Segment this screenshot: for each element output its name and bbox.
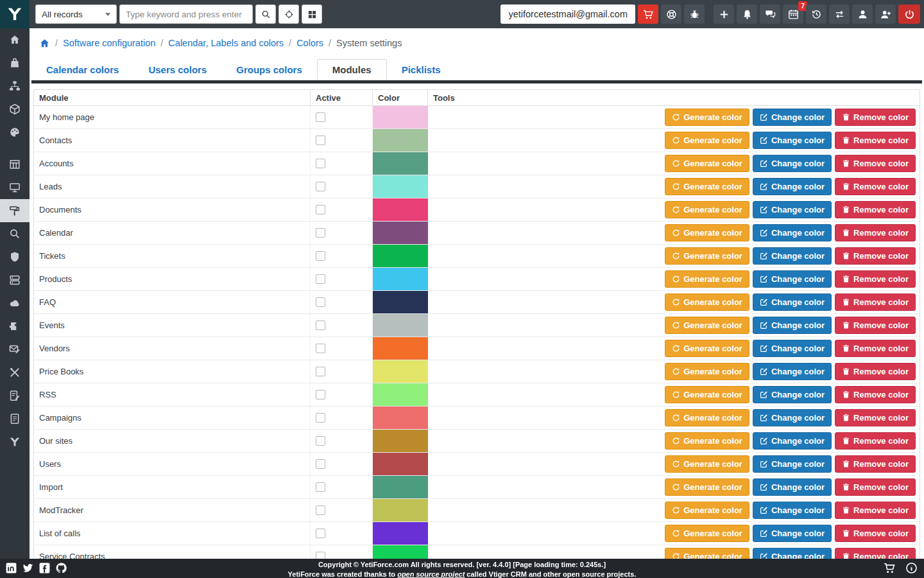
active-checkbox[interactable] <box>316 413 325 423</box>
twitter-link[interactable] <box>22 562 34 574</box>
active-checkbox[interactable] <box>316 482 325 492</box>
generate-color-button[interactable]: Generate color <box>665 363 749 380</box>
remove-color-button[interactable]: Remove color <box>835 432 916 450</box>
generate-color-button[interactable]: Generate color <box>665 340 749 357</box>
change-color-button[interactable]: Change color <box>753 132 832 149</box>
history-button[interactable] <box>806 4 826 24</box>
remove-color-button[interactable]: Remove color <box>835 132 916 149</box>
generate-color-button[interactable]: Generate color <box>665 224 749 241</box>
change-color-button[interactable]: Change color <box>753 293 832 311</box>
color-swatch[interactable] <box>373 152 428 175</box>
active-checkbox[interactable] <box>316 320 325 330</box>
logout-button[interactable] <box>898 4 920 24</box>
generate-color-button[interactable]: Generate color <box>665 247 749 265</box>
sidebar-item-processes[interactable] <box>0 74 30 98</box>
active-checkbox[interactable] <box>316 505 325 515</box>
change-color-button[interactable]: Change color <box>753 432 832 450</box>
chat-button[interactable] <box>760 4 780 24</box>
tab-calendar-colors[interactable]: Calendar colors <box>31 60 133 80</box>
active-checkbox[interactable] <box>316 297 325 307</box>
sidebar-item-forms[interactable] <box>0 384 30 407</box>
change-color-button[interactable]: Change color <box>753 340 832 357</box>
sidebar-item-cloud[interactable] <box>0 292 30 315</box>
records-filter-dropdown[interactable]: All records <box>35 4 117 24</box>
add-user-button[interactable] <box>875 4 896 24</box>
change-color-button[interactable]: Change color <box>753 178 832 195</box>
sidebar-item-extensions[interactable] <box>0 315 30 338</box>
sidebar-item-home[interactable] <box>0 28 30 51</box>
cart-button[interactable] <box>638 4 658 24</box>
remove-color-button[interactable]: Remove color <box>835 502 916 519</box>
generate-color-button[interactable]: Generate color <box>665 478 749 496</box>
active-checkbox[interactable] <box>316 251 325 261</box>
quick-create-button[interactable] <box>714 4 734 24</box>
color-swatch[interactable] <box>373 198 428 221</box>
calendar-button[interactable]: 7 <box>783 4 803 24</box>
remove-color-button[interactable]: Remove color <box>835 178 916 195</box>
breadcrumb-link[interactable]: Calendar, Labels and colors <box>168 38 284 48</box>
change-color-button[interactable]: Change color <box>753 363 832 380</box>
sidebar-item-search[interactable] <box>0 222 30 245</box>
change-color-button[interactable]: Change color <box>753 409 832 426</box>
change-color-button[interactable]: Change color <box>753 247 832 265</box>
remove-color-button[interactable]: Remove color <box>835 340 916 357</box>
cart-icon[interactable] <box>884 562 896 574</box>
color-swatch[interactable] <box>373 291 428 313</box>
tab-modules[interactable]: Modules <box>317 59 387 80</box>
remove-color-button[interactable]: Remove color <box>835 201 916 218</box>
remove-color-button[interactable]: Remove color <box>835 247 916 265</box>
active-checkbox[interactable] <box>316 344 325 353</box>
color-swatch[interactable] <box>373 407 428 429</box>
tab-picklists[interactable]: Picklists <box>387 60 456 80</box>
tab-users-colors[interactable]: Users colors <box>133 60 221 80</box>
remove-color-button[interactable]: Remove color <box>835 109 916 126</box>
open-source-project-link[interactable]: open source project <box>397 570 465 578</box>
change-color-button[interactable]: Change color <box>753 201 832 218</box>
color-swatch[interactable] <box>373 268 428 290</box>
sidebar-item-yetiforce[interactable] <box>0 430 30 453</box>
remove-color-button[interactable]: Remove color <box>835 224 916 241</box>
grid-view-button[interactable] <box>302 4 322 24</box>
switch-user-button[interactable] <box>829 4 850 24</box>
color-swatch[interactable] <box>373 430 428 452</box>
change-color-button[interactable]: Change color <box>753 525 832 542</box>
facebook-link[interactable] <box>38 562 51 574</box>
home-icon[interactable] <box>39 38 50 49</box>
notifications-button[interactable] <box>737 4 757 24</box>
color-swatch[interactable] <box>373 175 428 198</box>
remove-color-button[interactable]: Remove color <box>835 409 916 426</box>
bug-report-button[interactable] <box>684 4 705 24</box>
remove-color-button[interactable]: Remove color <box>835 363 916 380</box>
generate-color-button[interactable]: Generate color <box>665 132 749 149</box>
remove-color-button[interactable]: Remove color <box>835 455 916 473</box>
color-swatch[interactable] <box>373 314 428 337</box>
active-checkbox[interactable] <box>316 274 325 284</box>
remove-color-button[interactable]: Remove color <box>835 155 916 172</box>
color-swatch[interactable] <box>373 476 428 498</box>
change-color-button[interactable]: Change color <box>753 155 832 172</box>
color-swatch[interactable] <box>373 383 428 406</box>
generate-color-button[interactable]: Generate color <box>665 502 749 519</box>
generate-color-button[interactable]: Generate color <box>665 409 749 426</box>
generate-color-button[interactable]: Generate color <box>665 109 749 126</box>
sidebar-item-colors[interactable] <box>0 199 30 222</box>
sidebar-item-security[interactable] <box>0 245 30 268</box>
active-checkbox[interactable] <box>316 459 325 469</box>
sidebar-item-tools[interactable] <box>0 361 30 384</box>
change-color-button[interactable]: Change color <box>753 386 832 403</box>
breadcrumb-link[interactable]: Colors <box>296 38 323 48</box>
change-color-button[interactable]: Change color <box>753 270 832 288</box>
remove-color-button[interactable]: Remove color <box>835 525 916 542</box>
generate-color-button[interactable]: Generate color <box>665 455 749 473</box>
record-locator-button[interactable] <box>278 4 299 24</box>
sidebar-item-documents[interactable] <box>0 407 30 430</box>
sidebar-item-backup[interactable] <box>0 268 30 292</box>
change-color-button[interactable]: Change color <box>753 224 832 241</box>
remove-color-button[interactable]: Remove color <box>835 386 916 403</box>
sidebar-item-shop[interactable] <box>0 51 30 74</box>
breadcrumb-link[interactable]: Software configuration <box>63 38 155 48</box>
active-checkbox[interactable] <box>316 205 325 215</box>
active-checkbox[interactable] <box>316 159 325 168</box>
sidebar-item-widgets[interactable] <box>0 176 30 199</box>
generate-color-button[interactable]: Generate color <box>665 178 749 195</box>
